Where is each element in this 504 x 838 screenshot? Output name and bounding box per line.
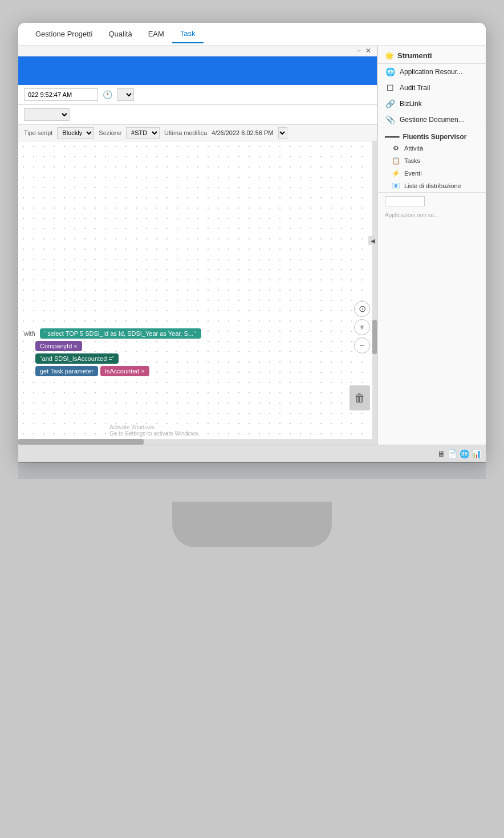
strumenti-item-application-resource[interactable]: 🌐 Application Resour... — [378, 64, 486, 80]
blockly-canvas[interactable]: with " select TOP 5 SDSI_Id as Id, SDSI_… — [18, 141, 377, 445]
strumenti-icon: 🌟 — [385, 51, 394, 60]
panel-controls: 🕐 — [18, 85, 377, 105]
sezione-select[interactable]: #STD — [126, 127, 160, 139]
zoom-out-button[interactable]: − — [354, 337, 370, 353]
sezione-label: Sezione — [99, 129, 121, 136]
ultima-modifica-value: 4/26/2022 6:02:56 PM — [212, 129, 273, 136]
audit-trail-icon: ☐ — [385, 83, 395, 92]
trash-area: 🗑 — [349, 385, 370, 410]
zoom-controls: ⊙ + − — [354, 301, 370, 353]
strumenti-item-audit-trail[interactable]: ☐ Audit Trail — [378, 80, 486, 96]
vertical-scrollbar-thumb — [372, 320, 377, 354]
eventi-icon: ⚡ — [392, 169, 400, 177]
activate-watermark: Activate Windows Go to Settings to activ… — [109, 424, 200, 437]
fluentis-supervisor-header: ═══ Fluentis Supervisor — [378, 128, 486, 142]
application-resource-icon: 🌐 — [385, 67, 395, 76]
nav-input[interactable] — [385, 196, 425, 206]
bizlink-icon: 🔗 — [385, 99, 395, 108]
right-panel-nav — [378, 192, 486, 210]
monitor-lower — [18, 479, 486, 764]
sql-block[interactable]: " select TOP 5 SDSI_Id as Id, SDSI_Year … — [40, 328, 201, 339]
taskbar-icon-2[interactable]: 📄 — [448, 449, 457, 458]
monitor-base-top — [18, 462, 486, 479]
strumenti-header: 🌟 Strumenti — [378, 46, 486, 64]
taskbar-icon-4[interactable]: 📊 — [472, 449, 481, 458]
get-task-block[interactable]: get Task parameter — [35, 366, 98, 376]
strumenti-sub-item-eventi[interactable]: ⚡ Eventi — [378, 167, 486, 180]
gestione-documenti-label: Gestione Documen... — [400, 116, 464, 124]
datetime-input[interactable] — [24, 88, 98, 101]
menu-qualita[interactable]: Qualità — [100, 25, 140, 43]
panel-top-bar: − ✕ — [18, 46, 377, 56]
app-watermark: Applicazioni non su... — [378, 210, 486, 221]
supervisor-icon: ═══ — [385, 133, 400, 141]
get-task-text: get Task parameter — [40, 368, 94, 375]
isaccounted-text: and SDSI_IsAccounted = — [42, 355, 112, 362]
clock-icon: 🕐 — [103, 90, 112, 99]
liste-label: Liste di distribuzione — [404, 182, 461, 189]
strumenti-sub-item-tasks[interactable]: 📋 Tasks — [378, 154, 486, 167]
audit-trail-label: Audit Trail — [400, 84, 430, 92]
main-area: − ✕ 🕐 Tipo script — [18, 46, 486, 445]
taskbar-icon-3[interactable]: 🌐 — [460, 449, 469, 458]
tasks-label: Tasks — [404, 157, 420, 164]
application-resource-label: Application Resour... — [400, 68, 462, 76]
block-row-2: CompanyId × — [35, 341, 201, 351]
eventi-label: Eventi — [404, 170, 422, 177]
datetime-dropdown[interactable] — [117, 88, 134, 101]
block-row-4: get Task parameter IsAccounted × — [35, 366, 201, 376]
menu-eam[interactable]: EAM — [140, 25, 172, 43]
top-menubar: Gestione Progetti Qualità EAM Task — [18, 23, 486, 46]
zoom-in-button[interactable]: + — [354, 319, 370, 335]
ultima-modifica-dropdown[interactable] — [278, 127, 287, 139]
menu-task[interactable]: Task — [172, 25, 204, 43]
secondary-dropdown[interactable] — [24, 108, 70, 121]
companyid-block[interactable]: CompanyId × — [35, 341, 82, 351]
companyid-text: CompanyId × — [40, 343, 78, 349]
pin-button[interactable]: − — [355, 47, 363, 55]
strumenti-panel: 🌟 Strumenti 🌐 Application Resour... ☐ Au… — [377, 46, 486, 445]
script-toolbar: Tipo script Blockly Sezione #STD Ultima … — [18, 125, 377, 141]
tipo-script-select[interactable]: Blockly — [57, 127, 94, 139]
horizontal-scrollbar[interactable] — [18, 439, 377, 445]
horizontal-scrollbar-thumb — [18, 439, 144, 445]
attivita-icon: ⚙ — [392, 144, 400, 152]
panel-controls-2 — [18, 105, 377, 125]
taskbar-icon-1[interactable]: 🖥 — [437, 449, 445, 458]
attivita-label: Attività — [404, 145, 423, 152]
ultima-modifica-label: Ultima modifica — [164, 129, 207, 136]
tasks-icon: 📋 — [392, 157, 400, 165]
block-row-1: with " select TOP 5 SDSI_Id as Id, SDSI_… — [24, 328, 201, 339]
strumenti-sub-item-attivita[interactable]: ⚙ Attività — [378, 142, 486, 154]
nav-arrow-button[interactable]: ◀ — [368, 236, 377, 245]
gestione-documenti-icon: 📎 — [385, 115, 395, 124]
monitor-stand — [172, 502, 332, 547]
bizlink-label: BizLink — [400, 100, 422, 108]
isaccounted-param-block[interactable]: IsAccounted × — [100, 366, 149, 376]
zoom-reset-button[interactable]: ⊙ — [354, 301, 370, 317]
isaccounted-block[interactable]: " and SDSI_IsAccounted = " — [35, 353, 119, 364]
with-label: with — [24, 330, 35, 337]
block-row-3: " and SDSI_IsAccounted = " — [35, 353, 201, 364]
vertical-scrollbar[interactable] — [372, 141, 377, 439]
blocks-container: with " select TOP 5 SDSI_Id as Id, SDSI_… — [24, 328, 201, 376]
liste-icon: 📧 — [392, 182, 400, 190]
close-button[interactable]: ✕ — [363, 47, 373, 55]
trash-button[interactable]: 🗑 — [349, 385, 370, 410]
panel-header — [18, 56, 377, 85]
taskbar: 🖥 📄 🌐 📊 — [18, 445, 486, 462]
strumenti-sub-item-liste[interactable]: 📧 Liste di distribuzione — [378, 180, 486, 192]
isaccounted-param-text: IsAccounted × — [105, 368, 145, 375]
strumenti-item-gestione-documenti[interactable]: 📎 Gestione Documen... — [378, 112, 486, 128]
strumenti-title: Strumenti — [397, 51, 432, 60]
sql-text: select TOP 5 SDSI_Id as Id, SDSI_Year as… — [47, 330, 193, 337]
tipo-script-label: Tipo script — [24, 129, 52, 136]
supervisor-label: Fluentis Supervisor — [403, 133, 467, 141]
strumenti-item-bizlink[interactable]: 🔗 BizLink — [378, 96, 486, 112]
menu-gestione-progetti[interactable]: Gestione Progetti — [27, 25, 100, 43]
left-panel: − ✕ 🕐 Tipo script — [18, 46, 377, 445]
